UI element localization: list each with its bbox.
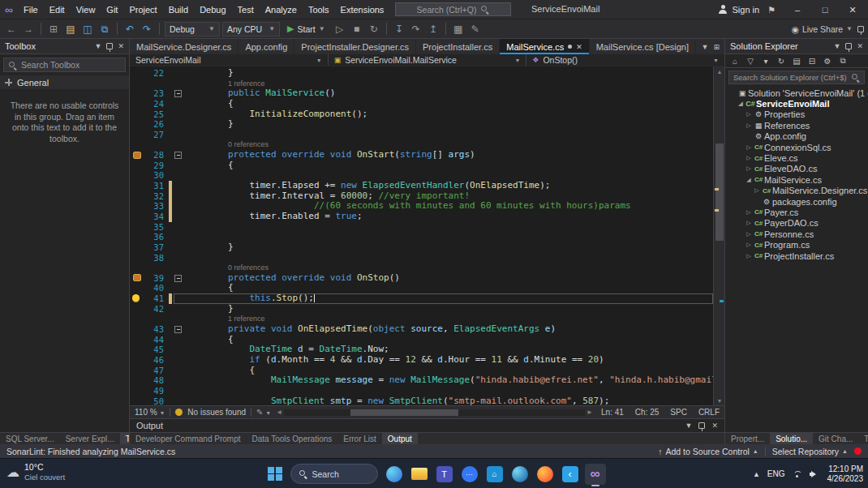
spaces-indicator[interactable]: SPC xyxy=(670,408,687,417)
menu-build[interactable]: Build xyxy=(163,2,194,17)
redo-icon[interactable]: ↷ xyxy=(140,22,154,36)
taskbar-app-firefox[interactable] xyxy=(535,464,556,485)
menu-debug[interactable]: Debug xyxy=(194,2,231,17)
close-tab-icon[interactable]: ✕ xyxy=(576,43,582,51)
solution-platform-dropdown[interactable]: Any CPU▼ xyxy=(222,22,280,36)
fold-collapse-icon[interactable] xyxy=(174,90,182,97)
pending-changes-filter-icon[interactable]: ▽ xyxy=(745,57,756,66)
panel-tab-sql-server-[interactable]: SQL Server... xyxy=(0,433,60,444)
select-repository-button[interactable]: Select Repository ▲ xyxy=(772,447,848,456)
notifications-flag-icon[interactable]: ⚑ xyxy=(767,5,776,15)
tree-item-properties[interactable]: ▷⚙Properties xyxy=(725,109,868,120)
show-all-files-icon[interactable]: ▤ xyxy=(791,57,802,66)
scroll-down-icon[interactable]: ▼ xyxy=(714,396,724,405)
expander-icon[interactable]: ▷ xyxy=(745,111,753,118)
horizontal-scrollbar[interactable]: ◄ ► xyxy=(276,409,593,417)
panel-tab-developer-command-prompt[interactable]: Developer Command Prompt xyxy=(130,433,247,444)
taskbar-app-edge[interactable] xyxy=(509,464,531,485)
taskbar-app-teams[interactable]: T xyxy=(434,464,455,485)
step-over-icon[interactable]: ↷ xyxy=(409,22,423,36)
tree-item-packages-config[interactable]: ⚙packages.config xyxy=(725,196,868,207)
menu-test[interactable]: Test xyxy=(232,2,260,17)
language-indicator[interactable]: ENG xyxy=(767,469,785,478)
expander-icon[interactable]: ▷ xyxy=(753,187,761,194)
close-button[interactable]: ✕ xyxy=(839,0,866,19)
doc-tab-mailservice-designer-cs[interactable]: MailService.Designer.cs xyxy=(130,39,238,54)
wifi-icon[interactable] xyxy=(793,469,802,478)
taskbar-search-box[interactable]: Search xyxy=(290,464,378,484)
start-debugging-button[interactable]: ▶ Start ▼ xyxy=(282,22,330,36)
panel-tab-solutio-[interactable]: Solutio... xyxy=(770,433,813,444)
save-icon[interactable]: ◫ xyxy=(80,22,95,36)
fold-collapse-icon[interactable] xyxy=(174,152,182,159)
project-dropdown[interactable]: ServiceEnvoiMail ▼ xyxy=(130,54,329,66)
expander-icon[interactable]: ▷ xyxy=(745,155,753,161)
doc-tab-mailservice-cs-design-[interactable]: MailService.cs [Design] xyxy=(590,39,696,54)
taskbar-app-copilot[interactable] xyxy=(384,464,405,485)
weather-widget[interactable]: ☁ 10°C Ciel couvert xyxy=(6,462,65,482)
save-all-icon[interactable]: ⧉ xyxy=(97,22,112,36)
menu-extensions[interactable]: Extensions xyxy=(335,2,390,17)
navigate-backward-icon[interactable]: ← xyxy=(4,22,19,36)
add-to-source-control-button[interactable]: ↑ Add to Source Control ▲ xyxy=(658,447,758,456)
type-dropdown[interactable]: ▣ ServiceEnvoiMail.MailService ▼ xyxy=(329,54,527,66)
chevron-down-icon[interactable]: ▼ xyxy=(834,42,841,50)
fold-collapse-icon[interactable] xyxy=(174,275,182,282)
vertical-scrollbar-thumb[interactable] xyxy=(715,143,724,241)
panel-tab-error-list[interactable]: Error List xyxy=(337,433,382,444)
panel-tab-server-expl-[interactable]: Server Expl... xyxy=(60,433,120,444)
tree-item-personne-cs[interactable]: ▷C#Personne.cs xyxy=(725,229,868,239)
code-editor[interactable]: 22 }1 reference23 public MailService()24… xyxy=(130,66,724,405)
tab-list-icon[interactable]: ▼ xyxy=(702,43,709,51)
undo-icon[interactable]: ↶ xyxy=(122,22,137,36)
expander-icon[interactable]: ▷ xyxy=(745,253,753,259)
member-dropdown[interactable]: ❖ OnStop() ▼ xyxy=(526,54,724,66)
tree-item-payer-cs[interactable]: ▷C#Payer.cs xyxy=(725,207,868,217)
zoom-control[interactable]: 110 % ▼ xyxy=(135,408,165,417)
menu-edit[interactable]: Edit xyxy=(44,2,71,17)
lightbulb-icon[interactable] xyxy=(132,294,140,302)
tree-item-mailservice-cs[interactable]: ◢C#MailService.cs xyxy=(725,174,868,185)
taskbar-app-chat[interactable]: ··· xyxy=(459,464,480,485)
menu-view[interactable]: View xyxy=(71,2,101,17)
panel-tab-toolbox[interactable]: Toolbox xyxy=(120,433,129,444)
notifications-badge[interactable] xyxy=(854,447,862,455)
menu-project[interactable]: Project xyxy=(123,2,162,17)
doc-tab-app-config[interactable]: App.config xyxy=(238,39,294,54)
tree-item-program-cs[interactable]: ▷C#Program.cs xyxy=(725,239,868,250)
tree-item-connexionsql-cs[interactable]: ▷C#ConnexionSql.cs xyxy=(725,142,868,152)
toolbox-search-input[interactable]: Search Toolbox xyxy=(3,58,126,72)
expander-icon[interactable]: ▷ xyxy=(745,122,753,129)
toolbar-options-pin-icon[interactable] xyxy=(857,26,864,32)
toolbox-section-general[interactable]: General xyxy=(0,75,129,89)
comment-icon[interactable]: ✎ xyxy=(468,22,483,36)
properties-icon[interactable]: ⚙ xyxy=(822,57,833,66)
line-ending-indicator[interactable]: CRLF xyxy=(698,408,720,417)
panel-tab-team-e-[interactable]: Team E... xyxy=(858,433,868,444)
horizontal-scrollbar-thumb[interactable] xyxy=(350,409,459,416)
tree-item-payerdao-cs[interactable]: ▷C#PayerDAO.cs xyxy=(725,218,868,229)
expander-icon[interactable]: ▷ xyxy=(745,242,753,248)
menu-git[interactable]: Git xyxy=(101,2,123,17)
restart-icon[interactable]: ↻ xyxy=(367,22,381,36)
gutter-marker-icon[interactable] xyxy=(133,152,141,159)
sign-in-button[interactable]: Sign in xyxy=(718,5,759,15)
expander-icon[interactable]: ◢ xyxy=(737,101,745,107)
taskbar-app-visualstudio[interactable]: ∞ xyxy=(585,464,606,485)
menu-file[interactable]: File xyxy=(18,2,44,17)
doc-tab-mailservice-cs[interactable]: MailService.cs✕ xyxy=(500,39,589,54)
tree-item-eleve-cs[interactable]: ▷C#Eleve.cs xyxy=(725,152,868,163)
gutter-marker-icon[interactable] xyxy=(133,274,141,281)
doc-tab-projectinstaller-designer-cs[interactable]: ProjectInstaller.Designer.cs xyxy=(294,39,416,54)
navigate-forward-icon[interactable]: → xyxy=(21,22,36,36)
expander-icon[interactable]: ◢ xyxy=(745,177,753,183)
expander-icon[interactable]: ▷ xyxy=(745,220,753,226)
edit-indicator-icon[interactable]: ✎ ▼ xyxy=(256,408,271,417)
panel-tab-output[interactable]: Output xyxy=(382,433,418,444)
start-button[interactable] xyxy=(268,467,282,482)
tree-item-mailservice-designer-cs[interactable]: ▷C#MailService.Designer.cs xyxy=(725,186,868,196)
live-share-button[interactable]: ◉ Live Share ▼ xyxy=(792,24,853,34)
find-in-files-icon[interactable]: ▦ xyxy=(451,22,466,36)
start-without-debugging-icon[interactable]: ▷ xyxy=(333,22,347,36)
taskbar-clock[interactable]: 12:10 PM 4/26/2023 xyxy=(827,464,864,484)
